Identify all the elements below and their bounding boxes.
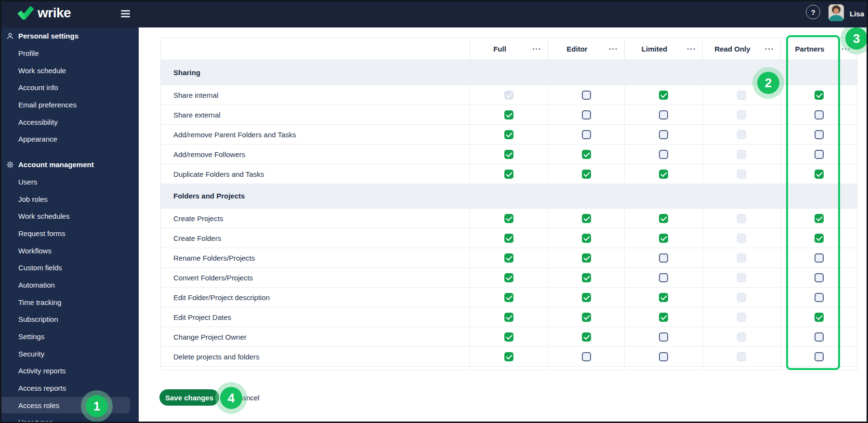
- checkbox-cell: [624, 367, 702, 370]
- checkbox-partners[interactable]: [815, 110, 824, 119]
- checkbox-editor[interactable]: [582, 91, 591, 100]
- checkbox-editor[interactable]: [582, 293, 591, 302]
- checkbox-partners[interactable]: [815, 170, 824, 179]
- checkbox-editor[interactable]: [582, 273, 591, 282]
- checkbox-limited[interactable]: [659, 170, 668, 179]
- checkbox-limited[interactable]: [659, 253, 668, 263]
- checkbox-editor[interactable]: [582, 253, 591, 263]
- help-icon[interactable]: ?: [806, 5, 820, 19]
- column-menu-icon[interactable]: ···: [532, 45, 541, 53]
- checkbox-editor[interactable]: [582, 170, 591, 179]
- checkbox-full[interactable]: [504, 130, 513, 139]
- checkbox-full[interactable]: [504, 234, 513, 243]
- sidebar-item-automation[interactable]: Automation: [0, 277, 139, 294]
- sidebar-item-appearance[interactable]: Appearance: [0, 131, 139, 148]
- sidebar-section-personal-settings[interactable]: Personal settings: [0, 27, 139, 45]
- checkbox-partners[interactable]: [815, 234, 824, 243]
- wrike-logo[interactable]: wrike: [17, 6, 71, 20]
- checkbox-partners[interactable]: [815, 150, 824, 159]
- checkbox-partners[interactable]: [815, 313, 824, 322]
- sidebar-item-accessibility[interactable]: Accessibility: [0, 113, 139, 131]
- checkbox-editor[interactable]: [582, 110, 591, 119]
- hamburger-menu-icon[interactable]: [121, 10, 130, 17]
- checkbox-editor[interactable]: [582, 234, 591, 243]
- checkbox-limited[interactable]: [659, 273, 668, 282]
- checkbox-limited[interactable]: [659, 370, 668, 370]
- checkbox-full[interactable]: [504, 273, 513, 282]
- save-button[interactable]: Save changes: [159, 389, 219, 406]
- checkbox-full[interactable]: [504, 313, 513, 322]
- checkbox-limited[interactable]: [659, 130, 668, 139]
- checkbox-editor[interactable]: [582, 214, 591, 223]
- sidebar-item-subscription[interactable]: Subscription: [0, 311, 139, 328]
- sidebar-item-label: Time tracking: [18, 298, 61, 306]
- checkbox-partners[interactable]: [815, 91, 824, 100]
- sidebar-item-custom-fields[interactable]: Custom fields: [0, 259, 139, 277]
- annotation-badge-number: 1: [86, 395, 108, 417]
- checkbox-cell: [702, 307, 780, 327]
- column-header-editor[interactable]: Editor···: [548, 38, 624, 60]
- sidebar-item-account-info[interactable]: Account info: [0, 79, 139, 96]
- checkbox-full[interactable]: [504, 293, 513, 302]
- checkbox-partners[interactable]: [815, 253, 824, 263]
- sidebar-item-time-tracking[interactable]: Time tracking: [0, 293, 139, 311]
- column-menu-icon[interactable]: ···: [609, 45, 618, 53]
- user-name[interactable]: Lisa: [850, 0, 864, 27]
- sidebar-item-user-types[interactable]: User types: [0, 414, 139, 423]
- column-menu-icon[interactable]: ···: [687, 45, 696, 53]
- column-header-limited[interactable]: Limited···: [624, 38, 702, 60]
- checkbox-full[interactable]: [504, 370, 513, 370]
- sidebar-item-work-schedules[interactable]: Work schedules: [0, 208, 139, 225]
- sidebar-item-request-forms[interactable]: Request forms: [0, 225, 139, 242]
- sidebar-item-users[interactable]: Users: [0, 173, 139, 191]
- sidebar-item-workflows[interactable]: Workflows: [0, 242, 139, 259]
- checkbox-cell: [780, 288, 857, 307]
- checkbox-limited[interactable]: [659, 110, 668, 119]
- sidebar-item-access-roles[interactable]: Access roles: [0, 397, 139, 414]
- column-header-read-only[interactable]: Read Only···: [702, 38, 780, 60]
- checkbox-limited[interactable]: [659, 352, 668, 361]
- checkbox-limited[interactable]: [659, 91, 668, 100]
- sidebar-item-security[interactable]: Security: [0, 345, 139, 362]
- checkbox-full[interactable]: [504, 214, 513, 223]
- checkbox-limited[interactable]: [659, 332, 668, 342]
- checkbox-full[interactable]: [504, 110, 513, 119]
- checkbox-full[interactable]: [504, 352, 513, 361]
- checkbox-full[interactable]: [504, 150, 513, 159]
- checkbox-editor[interactable]: [582, 313, 591, 322]
- sidebar-item-job-roles[interactable]: Job roles: [0, 190, 139, 208]
- checkbox-full[interactable]: [504, 332, 513, 342]
- checkbox-limited[interactable]: [659, 150, 668, 159]
- sidebar-item-label: Work schedule: [18, 66, 66, 75]
- checkbox-partners[interactable]: [815, 130, 824, 139]
- checkbox-editor[interactable]: [582, 370, 591, 370]
- sidebar-item-settings[interactable]: Settings: [0, 328, 139, 345]
- checkbox-limited[interactable]: [659, 293, 668, 302]
- checkbox-editor[interactable]: [582, 150, 591, 159]
- topbar: wrike ? Lisa: [0, 0, 868, 27]
- checkbox-partners[interactable]: [815, 332, 824, 342]
- checkbox-partners[interactable]: [815, 293, 824, 302]
- checkbox-partners[interactable]: [815, 214, 824, 223]
- avatar[interactable]: [829, 4, 844, 21]
- column-header-label: Partners: [795, 45, 825, 53]
- checkbox-editor[interactable]: [582, 130, 591, 139]
- checkbox-limited[interactable]: [659, 214, 668, 223]
- checkbox-limited[interactable]: [659, 313, 668, 322]
- column-menu-icon[interactable]: ···: [765, 45, 774, 53]
- checkbox-limited[interactable]: [659, 234, 668, 243]
- sidebar-item-activity-reports[interactable]: Activity reports: [0, 362, 139, 380]
- sidebar-section-account-management[interactable]: Account management: [0, 156, 139, 173]
- checkbox-editor[interactable]: [582, 332, 591, 342]
- checkbox-partners[interactable]: [815, 273, 824, 282]
- checkbox-partners[interactable]: [815, 370, 824, 370]
- checkbox-editor[interactable]: [582, 352, 591, 361]
- sidebar-item-access-reports[interactable]: Access reports: [0, 380, 139, 397]
- sidebar-item-profile[interactable]: Profile: [0, 45, 139, 62]
- checkbox-full[interactable]: [504, 253, 513, 263]
- column-header-full[interactable]: Full···: [470, 38, 548, 60]
- sidebar-item-email-preferences[interactable]: Email preferences: [0, 96, 139, 114]
- checkbox-full[interactable]: [504, 170, 513, 179]
- checkbox-partners[interactable]: [815, 352, 824, 361]
- sidebar-item-work-schedule[interactable]: Work schedule: [0, 62, 139, 79]
